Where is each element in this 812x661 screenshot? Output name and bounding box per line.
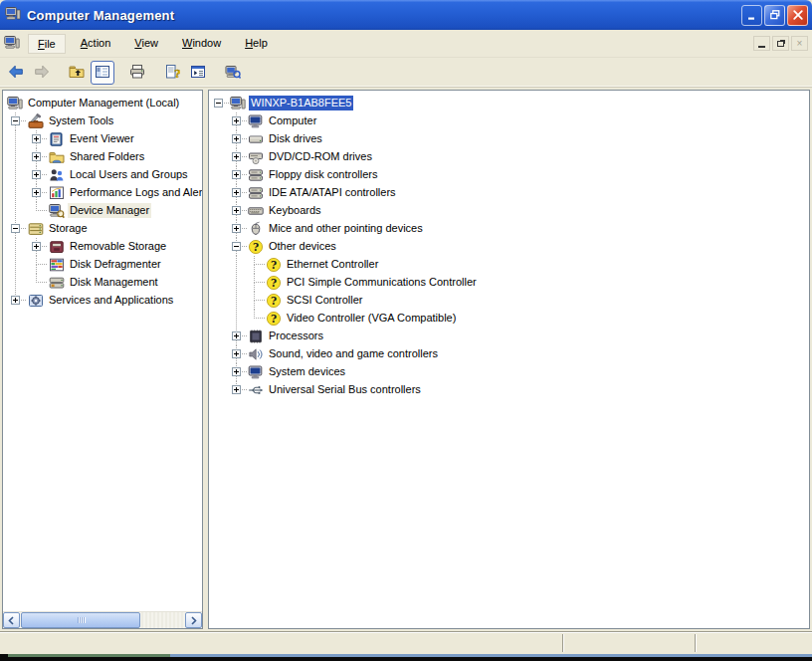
tree-item-label[interactable]: Ethernet Controller <box>285 257 380 272</box>
tree-item-label[interactable]: Sound, video and game controllers <box>267 346 440 361</box>
scroll-right-button[interactable] <box>185 612 202 628</box>
tree-item-label[interactable]: Event Viewer <box>68 131 136 146</box>
tree-item-disk-drives[interactable]: Disk drives <box>209 130 809 148</box>
tree-item-label[interactable]: Video Controller (VGA Compatible) <box>285 311 458 326</box>
expand-icon[interactable] <box>32 188 41 197</box>
tree-item-video-controller-vga-compatible[interactable]: ?Video Controller (VGA Compatible) <box>209 310 809 328</box>
print-button[interactable] <box>125 61 149 85</box>
scan-for-hardware-changes-button[interactable] <box>221 61 245 85</box>
system-menu-icon[interactable] <box>4 35 22 53</box>
tree-item-performance-logs-and-alerts[interactable]: Performance Logs and Alerts <box>3 184 202 202</box>
tree-item-label[interactable]: Computer Management (Local) <box>26 96 181 110</box>
expand-icon[interactable] <box>32 242 41 251</box>
expand-icon[interactable] <box>232 331 241 340</box>
tree-item-label[interactable]: Storage <box>47 221 90 236</box>
close-child-button[interactable]: × <box>791 36 808 51</box>
tree-item-label[interactable]: DVD/CD-ROM drives <box>267 149 374 164</box>
tree-item-label[interactable]: Mice and other pointing devices <box>267 221 425 236</box>
tree-item-computer[interactable]: Computer <box>209 112 809 130</box>
tree-item-services-and-applications[interactable]: Services and Applications <box>3 292 202 310</box>
menu-help[interactable]: Help <box>236 34 277 54</box>
menu-window[interactable]: Window <box>173 34 230 54</box>
tree-item-label[interactable]: WINXP-B1AB8FEE5 <box>249 96 353 110</box>
collapse-icon[interactable] <box>11 224 20 233</box>
back-button[interactable] <box>4 61 28 85</box>
tree-item-label[interactable]: Shared Folders <box>68 149 146 164</box>
tree-item-processors[interactable]: Processors <box>209 328 809 345</box>
menu-action[interactable]: Action <box>72 34 120 54</box>
expand-icon[interactable] <box>232 224 241 233</box>
tree-item-label[interactable]: SCSI Controller <box>285 293 364 308</box>
tree-item-disk-defragmenter[interactable]: Disk Defragmenter <box>3 256 202 274</box>
menu-view[interactable]: View <box>125 34 167 54</box>
tree-item-label[interactable]: Device Manager <box>68 203 151 218</box>
expand-icon[interactable] <box>232 152 241 161</box>
tree-item-local-users-and-groups[interactable]: Local Users and Groups <box>3 166 202 184</box>
tree-item-device-manager[interactable]: Device Manager <box>3 202 202 220</box>
collapse-icon[interactable] <box>214 99 223 108</box>
scroll-left-button[interactable] <box>3 612 20 628</box>
tree-item-mice-and-other-pointing-devices[interactable]: Mice and other pointing devices <box>209 220 809 238</box>
tree-item-label[interactable]: Removable Storage <box>68 239 168 254</box>
scrollbar-track[interactable] <box>20 612 185 628</box>
console-tree-horizontal-scrollbar[interactable] <box>3 611 202 628</box>
tree-item-label[interactable]: Disk Defragmenter <box>68 257 163 272</box>
tree-item-label[interactable]: Other devices <box>267 239 338 254</box>
tree-item-label[interactable]: Keyboards <box>267 203 323 218</box>
tree-item-shared-folders[interactable]: Shared Folders <box>3 148 202 166</box>
tree-item-label[interactable]: IDE ATA/ATAPI controllers <box>267 185 398 200</box>
tree-item-removable-storage[interactable]: Removable Storage <box>3 238 202 256</box>
tree-item-label[interactable]: Disk Management <box>68 275 160 290</box>
tree-item-winxp-b1ab8fee5[interactable]: WINXP-B1AB8FEE5 <box>209 95 809 112</box>
expand-icon[interactable] <box>232 134 241 143</box>
tree-item-label[interactable]: Floppy disk controllers <box>267 167 379 182</box>
tree-item-floppy-disk-controllers[interactable]: Floppy disk controllers <box>209 166 809 184</box>
minimize-button[interactable] <box>741 5 762 26</box>
tree-item-label[interactable]: Universal Serial Bus controllers <box>267 382 423 397</box>
forward-button[interactable] <box>30 61 54 85</box>
scrollbar-thumb[interactable] <box>21 612 140 628</box>
tree-item-ide-ata-atapi-controllers[interactable]: IDE ATA/ATAPI controllers <box>209 184 809 202</box>
expand-icon[interactable] <box>11 296 20 305</box>
tree-item-label[interactable]: Services and Applications <box>47 293 175 308</box>
tree-item-other-devices[interactable]: ?Other devices <box>209 238 809 256</box>
tree-item-system-devices[interactable]: System devices <box>209 363 809 381</box>
tree-item-disk-management[interactable]: Disk Management <box>3 274 202 292</box>
expand-icon[interactable] <box>232 349 241 358</box>
help-topics-button[interactable]: ? <box>160 61 184 85</box>
collapse-icon[interactable] <box>232 242 241 251</box>
up-one-level-button[interactable] <box>65 61 89 85</box>
tree-item-label[interactable]: Processors <box>267 329 325 343</box>
tree-item-label[interactable]: PCI Simple Communications Controller <box>285 275 479 290</box>
tree-item-computer-management-local[interactable]: Computer Management (Local) <box>3 95 202 112</box>
titlebar[interactable]: Computer Management <box>0 0 812 30</box>
expand-icon[interactable] <box>232 367 241 376</box>
tree-item-label[interactable]: System Tools <box>47 113 115 128</box>
expand-icon[interactable] <box>232 206 241 215</box>
tree-item-keyboards[interactable]: Keyboards <box>209 202 809 220</box>
tree-item-label[interactable]: System devices <box>267 364 347 379</box>
close-button[interactable] <box>787 5 808 26</box>
collapse-icon[interactable] <box>11 116 20 125</box>
tree-item-label[interactable]: Disk drives <box>267 131 324 146</box>
tree-item-dvd-cd-rom-drives[interactable]: DVD/CD-ROM drives <box>209 148 809 166</box>
show-hide-action-pane-button[interactable] <box>186 61 210 85</box>
expand-icon[interactable] <box>232 116 241 125</box>
tree-item-event-viewer[interactable]: Event Viewer <box>3 130 202 148</box>
tree-item-label[interactable]: Local Users and Groups <box>68 167 190 182</box>
expand-icon[interactable] <box>232 188 241 197</box>
restore-button[interactable] <box>764 5 785 26</box>
expand-icon[interactable] <box>32 152 41 161</box>
minimize-child-button[interactable] <box>753 36 770 51</box>
tree-item-label[interactable]: Performance Logs and Alerts <box>68 185 202 200</box>
tree-item-label[interactable]: Computer <box>267 113 318 128</box>
show-hide-console-tree-button[interactable] <box>91 61 114 85</box>
restore-child-button[interactable] <box>772 36 789 51</box>
tree-item-pci-simple-communications-controller[interactable]: ?PCI Simple Communications Controller <box>209 274 809 292</box>
tree-item-sound-video-and-game-controllers[interactable]: Sound, video and game controllers <box>209 345 809 363</box>
tree-item-ethernet-controller[interactable]: ?Ethernet Controller <box>209 256 809 274</box>
expand-icon[interactable] <box>232 385 241 394</box>
tree-item-storage[interactable]: Storage <box>3 220 202 238</box>
expand-icon[interactable] <box>232 170 241 179</box>
expand-icon[interactable] <box>32 170 41 179</box>
